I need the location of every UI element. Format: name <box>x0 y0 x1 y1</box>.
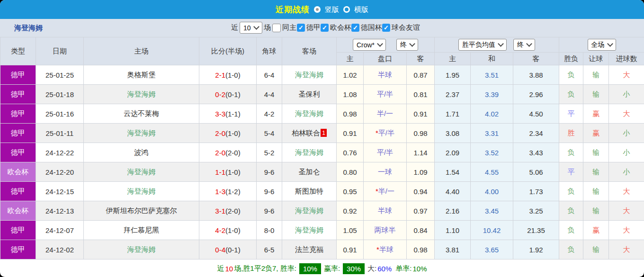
full-time-score: 4-2 <box>215 226 225 234</box>
handicap-line: 两球半 <box>364 221 407 240</box>
corner-count: 5-2 <box>257 143 282 162</box>
full-time-score: 2-1 <box>215 71 225 79</box>
col-header-corner: 角球 <box>257 37 282 65</box>
full-time-score: 0-2 <box>215 90 225 98</box>
match-row: 德甲25-01-18海登海姆0-2(0-1)4-4圣保利1.08平/半0.812… <box>0 85 644 104</box>
league-badge: 德甲 <box>0 104 36 124</box>
half-time-score: (0-1) <box>225 246 241 254</box>
avg-type-select[interactable]: 胜平负均值 <box>458 39 507 51</box>
league-badge: 德甲 <box>0 85 36 104</box>
handicap-home-odds: 1.08 <box>337 85 364 104</box>
match-count-select[interactable]: 10 <box>240 22 262 34</box>
same-home-checkbox[interactable] <box>272 24 281 32</box>
away-team-name: 圣加仑 <box>299 168 320 176</box>
away-team-name: 海登海姆 <box>295 206 323 214</box>
handicap-result: 赢 <box>583 221 609 240</box>
away-team-name: 柏林联合 <box>292 129 320 137</box>
corner-count: 9-6 <box>257 162 282 182</box>
avg-draw-odds: 3.31 <box>471 124 513 143</box>
away-team: 圣加仑 <box>282 162 337 182</box>
handicap-home-odds: 0.92 <box>337 201 364 221</box>
league-checkbox-conference[interactable]: ✓ <box>321 24 329 32</box>
avg-draw-odds: 3.45 <box>471 201 513 221</box>
chevron-down-icon <box>526 41 532 47</box>
league-badge: 德甲 <box>0 65 36 85</box>
half-time-score: (1-0) <box>225 129 241 137</box>
summary-mid: 场,胜1平2负7, 胜率: <box>234 264 296 273</box>
avg-home-odds: 3.81 <box>435 240 471 259</box>
away-team: 海登海姆 <box>282 65 337 85</box>
handicap-home-odds: 0.80 <box>337 162 364 182</box>
handicap-result: 输 <box>583 201 609 221</box>
handicap-line: *平/半 <box>364 124 407 143</box>
avg-home-odds: 1.71 <box>435 104 471 124</box>
avg-home-odds: 2.16 <box>435 201 471 221</box>
horizontal-layout-label: 横版 <box>354 5 368 14</box>
handicap-result: 输 <box>583 65 609 85</box>
corner-count: 8-0 <box>257 221 282 240</box>
full-time-score: 3-1 <box>215 207 225 215</box>
col-header-date: 日期 <box>36 37 84 65</box>
goals-result: 大 <box>609 240 644 259</box>
avg-state-select[interactable]: 终 <box>513 39 535 51</box>
sub-header-avg-home: 主 <box>435 53 471 65</box>
avg-away-odds: 3.43 <box>513 143 559 162</box>
handicap-result: 输 <box>583 182 609 201</box>
filters: 近 10 场 同主 ✓ 德甲 ✓ 欧会杯 ✓ 德国杯 ✓ 球会友谊 <box>231 22 421 34</box>
avg-home-odds: 2.37 <box>435 85 471 104</box>
handicap-away-odds: 0.98 <box>407 124 435 143</box>
league-badge: 欧会杯 <box>0 162 36 182</box>
win-rate-badge: 10% <box>299 263 321 274</box>
goals-result: 大 <box>609 104 644 124</box>
match-result: 负 <box>559 221 583 240</box>
vertical-layout-radio[interactable] <box>314 6 321 13</box>
league-badge: 德甲 <box>0 182 36 201</box>
handicap-home-odds: 0.76 <box>337 143 364 162</box>
goals-result: 大 <box>609 182 644 201</box>
match-row: 德甲24-12-15海登海姆1-3(1-2)9-6斯图加特0.95*半/一0.9… <box>0 182 644 201</box>
away-team: 法兰克福 <box>282 240 337 259</box>
avg-home-odds: 2.09 <box>435 143 471 162</box>
half-time-score: (1-2) <box>225 188 241 196</box>
league-checkbox-bundesliga[interactable]: ✓ <box>297 24 305 32</box>
league-checkbox-friendly[interactable]: ✓ <box>382 24 390 32</box>
match-result: 负 <box>559 143 583 162</box>
avg-away-odds: 4.50 <box>513 104 559 124</box>
big-label: 大: <box>367 264 376 273</box>
score-cell: 2-0(2-0) <box>199 143 257 162</box>
chevron-down-icon <box>607 41 613 47</box>
changed-line-star: * <box>376 245 379 253</box>
match-result: 负 <box>559 65 583 85</box>
handicap-away-odds: 0.87 <box>407 65 435 85</box>
league-checkbox-pokal[interactable]: ✓ <box>351 24 359 32</box>
match-result: 负 <box>559 201 583 221</box>
match-date: 25-01-16 <box>36 104 84 124</box>
match-result: 平 <box>559 162 583 182</box>
handicap-line: *半/一 <box>364 182 407 201</box>
handicap-home-odds: 0.95 <box>337 182 364 201</box>
chevron-down-icon <box>498 41 504 47</box>
handicap-away-odds: 0.84 <box>407 221 435 240</box>
corner-count: 9-6 <box>257 182 282 201</box>
horizontal-layout-radio[interactable] <box>343 6 350 13</box>
avg-draw-odds: 10.42 <box>471 221 513 240</box>
league-label-bundesliga: 德甲 <box>306 23 321 32</box>
odds-provider-select[interactable]: Crow* <box>353 39 386 51</box>
chevron-down-icon <box>253 24 259 30</box>
handicap-line: 平/半 <box>364 143 407 162</box>
half-time-score: (1-1) <box>225 110 241 118</box>
corner-count: 5-4 <box>257 124 282 143</box>
away-team-name: 海登海姆 <box>295 109 323 117</box>
avg-away-odds: 3.88 <box>513 65 559 85</box>
scope-select[interactable]: 全场 <box>588 39 616 51</box>
match-date: 24-12-15 <box>36 182 84 201</box>
odds-state-select[interactable]: 终 <box>396 39 418 51</box>
avg-type-value: 胜平负均值 <box>462 41 495 49</box>
score-cell: 4-2(1-0) <box>199 221 257 240</box>
col-header-score: 比分(半场) <box>199 37 257 65</box>
away-team: 柏林联合1 <box>282 124 337 143</box>
avg-home-odds: 3.08 <box>435 124 471 143</box>
match-row: 德甲25-01-16云达不莱梅3-3(1-1)4-2海登海姆0.98半/一0.9… <box>0 104 644 124</box>
away-team: 海登海姆 <box>282 104 337 124</box>
handicap-line: 半/一 <box>364 104 407 124</box>
